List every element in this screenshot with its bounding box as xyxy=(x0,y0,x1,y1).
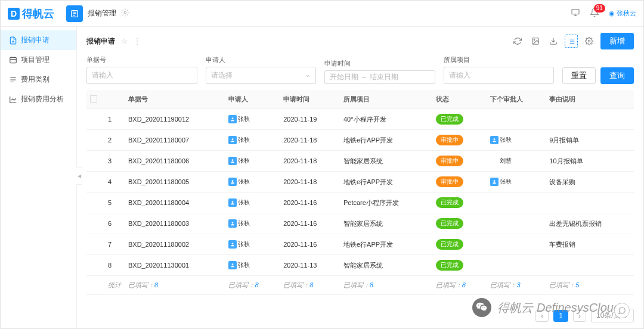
table-row[interactable]: 2BXD_202011180007张秋2020-11-18地铁e行APP开发审批… xyxy=(86,130,634,151)
chat-bubble-icon[interactable] xyxy=(614,303,630,318)
applicant-select[interactable]: 请选择⌄ xyxy=(206,67,317,84)
table-row[interactable]: 1BXD_202011190012张秋2020-11-1940°小程序开发已完成 xyxy=(86,109,634,130)
brand-logo[interactable]: D 得帆云 xyxy=(8,7,54,21)
star-icon[interactable]: ☆ xyxy=(121,37,128,45)
col-docno: 单据号 xyxy=(125,90,225,109)
status-badge: 审批中 xyxy=(436,156,463,166)
cell-desc: 10月报销单 xyxy=(546,151,634,172)
wechat-icon xyxy=(472,298,491,317)
sidebar-item-0[interactable]: 报销申请 xyxy=(1,30,76,50)
app-name: 报销管理 xyxy=(88,8,116,18)
filter-label-project: 所属项目 xyxy=(444,55,555,64)
select-all-checkbox[interactable] xyxy=(90,95,97,103)
cell-docno: BXD_202011190012 xyxy=(125,109,225,130)
cell-docno: BXD_202011180006 xyxy=(125,151,225,172)
table-row[interactable]: 7BXD_202011180002张秋2020-11-16地铁e行APP开发已完… xyxy=(86,234,634,255)
cell-applicant: 张秋 xyxy=(228,136,250,144)
cell-project: 智能家居系统 xyxy=(340,255,432,276)
project-input[interactable]: 请输入 xyxy=(444,67,555,84)
sidebar-icon xyxy=(9,36,17,45)
sidebar-item-2[interactable]: 费用类别 xyxy=(1,70,76,89)
table-row[interactable]: 5BXD_202011180004张秋2020-11-16Petcare小程序开… xyxy=(86,193,634,213)
sidebar-label: 报销申请 xyxy=(21,35,49,45)
status-badge: 审批中 xyxy=(436,176,463,187)
sidebar-icon xyxy=(9,76,17,84)
cell-project: 地铁e行APP开发 xyxy=(340,172,432,193)
status-badge: 已完成 xyxy=(436,114,463,125)
cell-date: 2020-11-18 xyxy=(280,151,340,172)
gear-icon[interactable] xyxy=(121,8,129,18)
filter-label-applicant: 申请人 xyxy=(206,55,317,64)
cell-project: Petcare小程序开发 xyxy=(340,193,432,213)
col-desc: 事由说明 xyxy=(546,90,634,109)
collapse-sidebar[interactable]: ◀ xyxy=(76,167,82,185)
stats-row: 统计已填写：8已填写：8已填写：8已填写：8已填写：8已填写：3已填写：5 xyxy=(86,276,634,295)
bell-icon[interactable] xyxy=(590,8,599,19)
date-separator: ~ xyxy=(362,73,366,82)
cell-date: 2020-11-13 xyxy=(280,255,340,276)
docno-input[interactable]: 请输入 xyxy=(86,67,197,84)
col-applicant: 申请人 xyxy=(225,90,280,109)
cell-desc xyxy=(546,255,634,276)
table-row[interactable]: 4BXD_202011180005张秋2020-11-18地铁e行APP开发审批… xyxy=(86,172,634,193)
app-switch[interactable]: 报销管理 xyxy=(66,5,129,22)
svg-point-12 xyxy=(494,180,496,182)
end-date-input[interactable]: 结束日期 xyxy=(370,72,398,82)
cell-project: 地铁e行APP开发 xyxy=(340,130,432,151)
more-icon[interactable]: ⋮ xyxy=(134,37,141,45)
refresh-icon[interactable] xyxy=(511,35,524,48)
monitor-icon[interactable] xyxy=(571,8,580,19)
export-icon[interactable] xyxy=(547,35,560,48)
cell-docno: BXD_202011180004 xyxy=(125,193,225,213)
cell-applicant: 张秋 xyxy=(228,157,250,165)
col-project: 所属项目 xyxy=(340,90,432,109)
cell-applicant: 张秋 xyxy=(228,240,250,249)
cell-applicant: 张秋 xyxy=(228,261,250,269)
svg-point-8 xyxy=(232,138,234,140)
next-approver: 刘刘慧 xyxy=(490,157,512,165)
chevron-down-icon: ⌄ xyxy=(305,70,311,80)
image-icon[interactable] xyxy=(529,35,542,48)
sidebar-item-1[interactable]: 项目管理 xyxy=(1,50,76,70)
cell-desc: 车费报销 xyxy=(546,234,634,255)
cell-date: 2020-11-16 xyxy=(280,213,340,234)
reset-button[interactable]: 重置 xyxy=(562,67,596,84)
cell-date: 2020-11-19 xyxy=(280,109,340,130)
logo-icon: D xyxy=(8,8,20,20)
cell-project: 40°小程序开发 xyxy=(340,109,432,130)
sidebar-label: 费用类别 xyxy=(21,75,49,85)
table-row[interactable]: 8BXD_202011130001张秋2020-11-13智能家居系统已完成 xyxy=(86,255,634,276)
sidebar-label: 项目管理 xyxy=(21,55,49,65)
cell-applicant: 张秋 xyxy=(228,198,250,207)
next-approver: 张秋 xyxy=(490,178,512,186)
cell-project: 地铁e行APP开发 xyxy=(340,234,432,255)
cell-applicant: 张秋 xyxy=(228,219,250,228)
new-button[interactable]: 新增 xyxy=(600,33,634,49)
search-button[interactable]: 查询 xyxy=(600,67,634,84)
start-date-input[interactable]: 开始日期 xyxy=(330,72,358,82)
col-status: 状态 xyxy=(432,90,487,109)
status-badge: 已完成 xyxy=(436,260,463,271)
filter-label-docno: 单据号 xyxy=(86,55,197,64)
cell-desc: 设备采购 xyxy=(546,172,634,193)
cell-date: 2020-11-16 xyxy=(280,193,340,213)
settings-icon[interactable] xyxy=(583,35,596,48)
svg-point-1 xyxy=(124,11,126,14)
table-row[interactable]: 3BXD_202011180006张秋2020-11-18智能家居系统审批中刘刘… xyxy=(86,151,634,172)
status-badge: 已完成 xyxy=(436,218,463,229)
list-view-icon[interactable] xyxy=(565,35,578,48)
sidebar: 报销申请项目管理费用类别报销费用分析 xyxy=(1,27,77,328)
svg-point-7 xyxy=(232,117,234,119)
user-menu[interactable]: ◉ 张秋云 xyxy=(609,9,636,18)
sidebar-icon xyxy=(9,95,17,104)
cell-desc xyxy=(546,109,634,130)
cell-desc: 9月报销单 xyxy=(546,130,634,151)
svg-rect-3 xyxy=(10,57,17,63)
cell-docno: BXD_202011180003 xyxy=(125,213,225,234)
data-table: 单据号 申请人 申请时间 所属项目 状态 下个审批人 事由说明 1BXD_202… xyxy=(86,90,634,295)
watermark: 得帆云 DefinesysCloud xyxy=(472,298,620,317)
cell-docno: BXD_202011130001 xyxy=(125,255,225,276)
table-row[interactable]: 6BXD_202011180003张秋2020-11-16智能家居系统已完成出差… xyxy=(86,213,634,234)
next-approver: 张秋 xyxy=(490,136,512,144)
sidebar-item-3[interactable]: 报销费用分析 xyxy=(1,89,76,109)
